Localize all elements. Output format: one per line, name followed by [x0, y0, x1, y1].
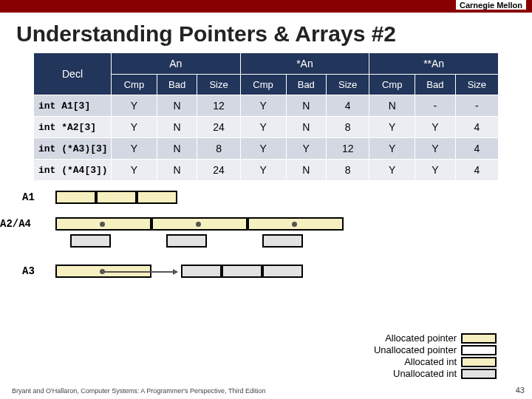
- decl-cell: int (*A3)[3]: [34, 138, 112, 160]
- legend-label: Unallocated int: [393, 368, 457, 379]
- cell: Y: [240, 95, 286, 117]
- cell: 4: [455, 117, 498, 138]
- cell: Y: [240, 160, 286, 181]
- legend-label: Allocated int: [404, 356, 457, 367]
- cell: Y: [240, 117, 286, 138]
- cell: N: [286, 95, 327, 117]
- cell: 8: [327, 160, 369, 181]
- dot-icon: [100, 222, 105, 227]
- dot-icon: [196, 222, 201, 227]
- unalloc-int-box: [70, 234, 111, 248]
- cell: Y: [415, 138, 456, 160]
- table-row: int (*A3)[3] Y N 8 Y Y 12 Y Y 4: [34, 138, 499, 160]
- footer-text: Bryant and O'Hallaron, Computer Systems:…: [12, 387, 265, 395]
- diag-label-a24: A2/A4: [0, 218, 31, 230]
- cell: Y: [112, 117, 157, 138]
- swatch-alloc-ptr: [461, 333, 497, 344]
- cell: Y: [112, 95, 157, 117]
- cell: N: [286, 117, 327, 138]
- legend-label: Allocated pointer: [385, 332, 457, 344]
- decl-cell: int (*A4[3]): [34, 160, 112, 181]
- cell: 8: [197, 138, 240, 160]
- cell: N: [157, 138, 197, 160]
- unalloc-int-box: [166, 234, 207, 248]
- cell: N: [286, 160, 327, 181]
- decl-cell: int A1[3]: [34, 95, 112, 117]
- swatch-unalloc-int: [461, 369, 497, 379]
- swatch-alloc-int: [461, 357, 497, 367]
- swatch-unalloc-ptr: [461, 345, 497, 355]
- cell: 8: [327, 117, 369, 138]
- cell: 12: [327, 138, 369, 160]
- memory-diagram: A1 A2/A4 A3: [0, 188, 532, 314]
- unalloc-int-box: [262, 234, 303, 248]
- unalloc-int-box: [222, 265, 262, 278]
- header-decl: Decl: [34, 53, 112, 95]
- sub-header: Size: [197, 75, 240, 95]
- table-row: int (*A4[3]) Y N 24 Y N 8 Y Y 4: [34, 160, 499, 181]
- sub-header: Cmp: [240, 75, 286, 95]
- cell: Y: [286, 138, 327, 160]
- pointer-table: Decl An *An **An Cmp Bad Size Cmp Bad Si…: [33, 52, 499, 181]
- alloc-int-box: [137, 191, 177, 204]
- cell: 4: [455, 160, 498, 181]
- cell: Y: [369, 138, 415, 160]
- cell: N: [157, 95, 197, 117]
- legend: Allocated pointer Unallocated pointer Al…: [374, 332, 497, 380]
- unalloc-int-box: [262, 265, 303, 278]
- diag-label-a1: A1: [22, 191, 35, 203]
- header-star-star-an: **An: [369, 53, 499, 75]
- cell: Y: [415, 160, 456, 181]
- cell: Y: [240, 138, 286, 160]
- unalloc-int-box: [181, 265, 222, 278]
- cell: N: [157, 117, 197, 138]
- cell: 4: [455, 138, 498, 160]
- sub-header: Cmp: [112, 75, 157, 95]
- page-number: 43: [516, 386, 525, 395]
- top-bar: Carnegie Mellon: [0, 0, 532, 13]
- sub-header: Bad: [157, 75, 197, 95]
- sub-header: Size: [327, 75, 369, 95]
- cell: -: [415, 95, 456, 117]
- brand-label: Carnegie Mellon: [456, 0, 526, 10]
- table-row: int A1[3] Y N 12 Y N 4 N - -: [34, 95, 499, 117]
- legend-label: Unallocated pointer: [374, 344, 457, 355]
- dot-icon: [292, 222, 297, 227]
- cell: Y: [112, 138, 157, 160]
- cell: -: [455, 95, 498, 117]
- cell: 24: [197, 160, 240, 181]
- cell: Y: [369, 160, 415, 181]
- cell: N: [369, 95, 415, 117]
- cell: 24: [197, 117, 240, 138]
- alloc-int-box: [55, 191, 96, 204]
- page-title: Understanding Pointers & Arrays #2: [0, 13, 532, 52]
- cell: 12: [197, 95, 240, 117]
- cell: Y: [112, 160, 157, 181]
- sub-header: Bad: [286, 75, 327, 95]
- sub-header: Cmp: [369, 75, 415, 95]
- arrow-icon: [103, 271, 177, 273]
- decl-cell: int *A2[3]: [34, 117, 112, 138]
- cell: Y: [415, 117, 456, 138]
- table-row: int *A2[3] Y N 24 Y N 8 Y Y 4: [34, 117, 499, 138]
- diag-label-a3: A3: [22, 265, 35, 277]
- header-star-an: *An: [240, 53, 369, 75]
- cell: Y: [369, 117, 415, 138]
- header-an: An: [112, 53, 241, 75]
- cell: N: [157, 160, 197, 181]
- sub-header: Bad: [415, 75, 456, 95]
- alloc-int-box: [96, 191, 137, 204]
- cell: 4: [327, 95, 369, 117]
- sub-header: Size: [455, 75, 498, 95]
